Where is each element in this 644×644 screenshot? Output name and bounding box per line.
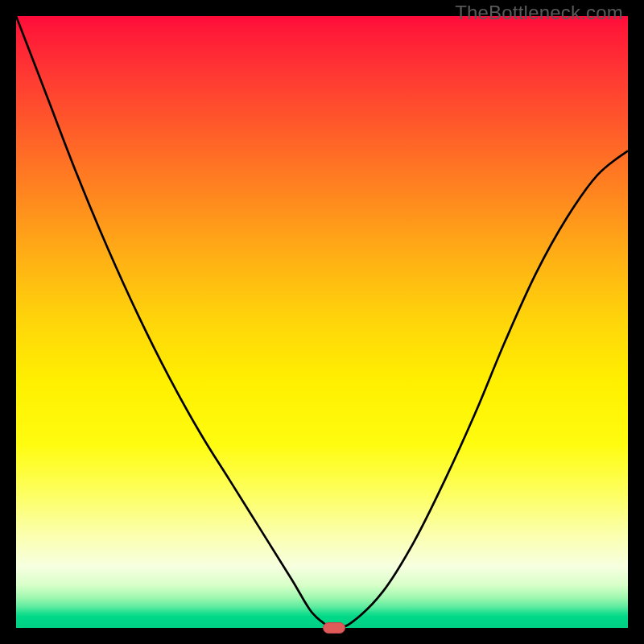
- curve-svg: [16, 16, 628, 628]
- minimum-marker: [323, 622, 345, 634]
- bottleneck-curve: [16, 16, 628, 628]
- chart-container: TheBottleneck.com: [0, 0, 644, 644]
